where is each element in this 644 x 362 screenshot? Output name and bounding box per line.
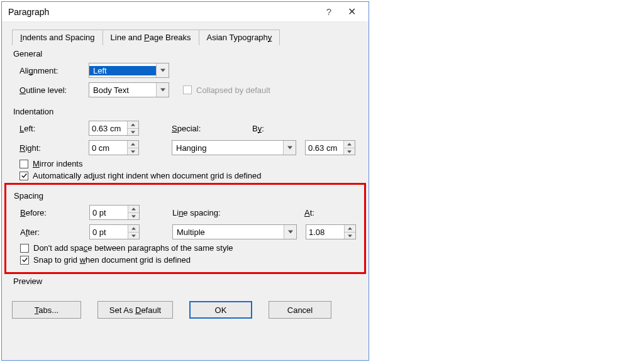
spacing-before-spinner[interactable]: 0 pt xyxy=(89,205,140,220)
by-label: By: xyxy=(252,124,264,133)
chevron-down-icon xyxy=(156,63,169,77)
auto-adjust-label: Automatically adjust right indent when d… xyxy=(33,171,262,180)
section-general: General xyxy=(13,49,358,58)
tab-line-page-breaks[interactable]: Line and Page Breaks xyxy=(103,30,199,45)
outline-level-select[interactable]: Body Text xyxy=(89,82,169,97)
section-preview: Preview xyxy=(13,277,358,286)
tab-strip: Indents and Spacing Line and Page Breaks… xyxy=(12,30,369,45)
snap-to-grid-label: Snap to grid when document grid is defin… xyxy=(33,255,191,265)
at-label: At: xyxy=(304,208,314,217)
dont-add-space-label: Don't add space between paragraphs of th… xyxy=(33,243,233,253)
chevron-down-icon xyxy=(156,83,169,97)
dont-add-space-checkbox[interactable] xyxy=(20,244,29,253)
spinner-buttons[interactable] xyxy=(128,225,139,239)
tab-indents-spacing[interactable]: Indents and Spacing xyxy=(12,30,103,45)
chevron-down-icon xyxy=(283,141,296,155)
line-spacing-label: Line spacing: xyxy=(172,208,304,217)
spinner-buttons[interactable] xyxy=(128,206,139,219)
alignment-label: Alignment: xyxy=(19,66,89,75)
indent-right-spinner[interactable]: 0 cm xyxy=(89,140,139,155)
mirror-indents-label: Mirror indents xyxy=(33,159,82,168)
special-select[interactable]: Hanging xyxy=(172,140,296,155)
auto-adjust-checkbox[interactable] xyxy=(19,172,28,180)
dialog-body: General Alignment: Left Outline level: B… xyxy=(2,49,369,296)
set-as-default-button[interactable]: Set As Default xyxy=(97,301,173,319)
tabs-button[interactable]: Tabs... xyxy=(12,301,81,319)
tab-asian-typography[interactable]: Asian Typography xyxy=(199,30,280,45)
spacing-before-label: Before: xyxy=(20,208,89,217)
indent-left-spinner[interactable]: 0.63 cm xyxy=(89,121,139,136)
spacing-after-label: After: xyxy=(20,228,89,237)
collapsed-default-checkbox xyxy=(183,85,192,94)
section-spacing: Spacing xyxy=(14,191,358,200)
paragraph-dialog: Paragraph ? ✕ Indents and Spacing Line a… xyxy=(1,1,369,361)
line-spacing-select[interactable]: Multiple xyxy=(172,224,297,239)
collapsed-default-label: Collapsed by default xyxy=(196,85,270,95)
snap-to-grid-checkbox[interactable] xyxy=(20,256,29,265)
mirror-indents-checkbox[interactable] xyxy=(19,160,28,168)
dialog-title: Paragraph xyxy=(8,7,318,17)
indent-right-label: Right: xyxy=(19,143,89,153)
help-icon[interactable]: ? xyxy=(318,6,340,17)
by-spinner[interactable]: 0.63 cm xyxy=(305,140,355,155)
chevron-down-icon xyxy=(284,225,296,239)
indent-left-label: Left: xyxy=(19,124,89,133)
at-spinner[interactable]: 1.08 xyxy=(306,224,356,239)
spacing-highlight: Spacing Before: 0 pt Line spacing: At: A… xyxy=(4,183,366,274)
alignment-select[interactable]: Left xyxy=(89,63,169,78)
ok-button[interactable]: OK xyxy=(189,301,252,319)
special-label: Special: xyxy=(172,124,252,133)
spinner-buttons[interactable] xyxy=(343,141,355,155)
section-indentation: Indentation xyxy=(13,107,358,116)
dialog-footer: Tabs... Set As Default OK Cancel xyxy=(2,296,369,319)
spinner-buttons[interactable] xyxy=(127,121,138,135)
outline-level-label: Outline level: xyxy=(19,85,89,95)
spacing-after-spinner[interactable]: 0 pt xyxy=(89,224,140,239)
close-icon[interactable]: ✕ xyxy=(340,6,364,18)
spinner-buttons[interactable] xyxy=(127,141,138,155)
cancel-button[interactable]: Cancel xyxy=(269,301,331,319)
titlebar: Paragraph ? ✕ xyxy=(2,2,369,22)
spinner-buttons[interactable] xyxy=(344,225,355,239)
